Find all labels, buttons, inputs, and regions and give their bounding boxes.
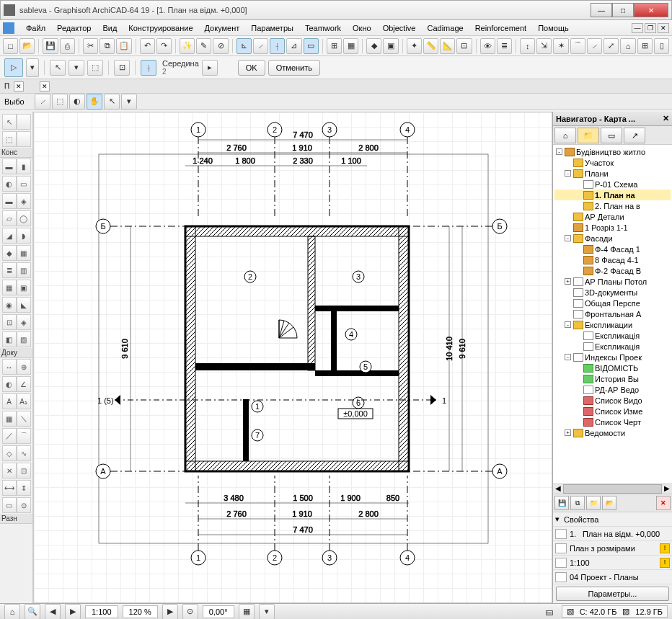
arc-tool[interactable]: ⌒	[17, 428, 31, 444]
tree-item[interactable]: -Будівництво житло	[554, 146, 671, 157]
prop-set-row[interactable]: 04 Проект - Планы	[553, 570, 672, 584]
worksheet-tool[interactable]: ▭	[2, 497, 17, 513]
quick-scale[interactable]: 1:100	[85, 605, 118, 618]
tool-b-icon[interactable]: ▣	[383, 38, 398, 54]
box-icon[interactable]: ⬚	[52, 94, 68, 110]
tree-item[interactable]: +Ведомости	[554, 427, 671, 438]
tree-item[interactable]: Експликація	[554, 341, 671, 352]
trace-icon[interactable]: 👁	[480, 38, 495, 54]
hotspot-tool[interactable]: ✕	[2, 463, 17, 478]
zone-tool[interactable]: ▦	[2, 280, 17, 295]
marquee-tool-2[interactable]	[17, 131, 31, 147]
prop-layer-row[interactable]: План з розмірами !	[553, 541, 672, 556]
spline-tool[interactable]: ∿	[17, 445, 31, 461]
snap-mode-4[interactable]: ⊿	[286, 38, 301, 54]
tree-scroll-left[interactable]: ◀	[553, 484, 563, 494]
figure-tool[interactable]: ⊡	[17, 463, 31, 478]
tool-x1[interactable]: ⊡	[2, 314, 17, 330]
nav-newfolder2-icon[interactable]: 📂	[602, 496, 616, 510]
door-tool[interactable]: ◐	[2, 176, 17, 192]
tree-h-scrollbar[interactable]	[563, 484, 662, 494]
nav-delete-icon[interactable]: ✕	[656, 496, 671, 510]
marquee-icon[interactable]: ⬚	[87, 60, 103, 76]
tree-item[interactable]: -Индексы Проек	[554, 352, 671, 362]
snap-mode-3[interactable]: ⟊	[270, 38, 285, 54]
nav-tab-project[interactable]: ⌂	[554, 128, 576, 143]
tool-a-icon[interactable]: ◆	[366, 38, 381, 54]
ok-button[interactable]: OK	[238, 60, 265, 76]
menu-файл[interactable]: Файл	[20, 22, 51, 34]
arrow-tool[interactable]: ↖	[2, 114, 17, 130]
house-icon[interactable]: ⌂	[620, 38, 635, 54]
tree-item[interactable]: 8 Фасад 4-1	[554, 254, 671, 265]
lift-icon[interactable]: ↕	[520, 38, 535, 54]
tree-item[interactable]: Список Видо	[554, 395, 671, 406]
window-tool[interactable]: ▭	[17, 176, 31, 192]
mdi-restore[interactable]: ❐	[645, 23, 656, 33]
wall-tool[interactable]: ▬	[2, 159, 17, 174]
cancel-button[interactable]: Отменить	[268, 60, 320, 76]
dropdown-mini[interactable]: ▾	[121, 94, 137, 110]
menu-reinforcement[interactable]: Reinforcement	[469, 22, 533, 34]
tree-expander[interactable]: +	[565, 278, 571, 285]
menu-teamwork[interactable]: Teamwork	[299, 22, 347, 34]
nav-tab-viewmap[interactable]: 📁	[578, 128, 599, 143]
guide-icon[interactable]: ⟋	[35, 94, 50, 110]
tree-item[interactable]: АР Детали	[554, 211, 671, 222]
menu-вид[interactable]: Вид	[97, 22, 123, 34]
drawing-canvas[interactable]: 11223344 ААББ 1234567 ±0,000	[33, 112, 552, 603]
stair-tool[interactable]: ≣	[2, 262, 17, 278]
tool-x2[interactable]: ◈	[17, 314, 31, 330]
tree-scroll-right[interactable]: ▶	[662, 484, 672, 494]
morph-tool[interactable]: ◆	[2, 245, 17, 261]
tree-item[interactable]: Фронтальная А	[554, 308, 671, 319]
rotation-angle[interactable]: 0,00°	[203, 605, 234, 618]
tree-item[interactable]: +АР Планы Потол	[554, 276, 671, 287]
orient-icon[interactable]: ⊙	[182, 604, 198, 620]
measure-icon[interactable]: 📏	[423, 38, 438, 54]
undo-icon[interactable]: ↶	[140, 38, 155, 54]
section-tool[interactable]: ⟷	[2, 480, 17, 496]
save-icon[interactable]: 💾	[43, 38, 58, 54]
mode-dropdown[interactable]: ▾	[26, 58, 39, 77]
fill-tool[interactable]: ▦	[2, 411, 17, 427]
layers-dropdown[interactable]: ▾	[259, 604, 275, 620]
poly-tool[interactable]: ◇	[2, 445, 17, 461]
open-icon[interactable]: 📂	[19, 38, 35, 54]
tree-item[interactable]: Ф-2 Фасад В	[554, 265, 671, 276]
mode-arrow-icon[interactable]: ▷	[4, 58, 23, 77]
suspend-icon[interactable]: ⊘	[213, 38, 228, 54]
nav-tab-layout[interactable]: ▭	[601, 128, 622, 143]
label-tool[interactable]: A₁	[17, 393, 31, 409]
corner-tool[interactable]: ◣	[17, 297, 31, 313]
resize-icon[interactable]: ⤢	[604, 38, 619, 54]
tree-item[interactable]: 2. План на в	[554, 200, 671, 211]
curtain-tool[interactable]: ▥	[17, 262, 31, 278]
tree-expander[interactable]: -	[565, 321, 571, 328]
tree-item[interactable]: ВІДОМІСТЬ	[554, 362, 671, 373]
beam-tool[interactable]: ▬	[2, 193, 17, 209]
nav-save-view-icon[interactable]: 💾	[554, 496, 569, 510]
props-header[interactable]: ▾ Свойства	[553, 512, 672, 527]
text-tool[interactable]: A	[2, 393, 17, 409]
tree-item[interactable]: -Плани	[554, 168, 671, 179]
snap-mode-1[interactable]: ⊾	[236, 38, 252, 54]
menu-окно[interactable]: Окно	[347, 22, 377, 34]
menu-редактор[interactable]: Редактор	[51, 22, 97, 34]
intersect-icon[interactable]: ✶	[553, 38, 568, 54]
tree-item[interactable]: P-01 Схема	[554, 179, 671, 190]
tree-item[interactable]: Список Изме	[554, 406, 671, 417]
navigator-tree[interactable]: -Будівництво житлоУчасток-ПланиP-01 Схем…	[553, 145, 672, 484]
fillet-icon[interactable]: ⌒	[570, 38, 585, 54]
navigator-close-icon[interactable]: ✕	[663, 114, 669, 123]
zoom-next-icon[interactable]: ▶	[65, 604, 81, 620]
radial-dim-tool[interactable]: ◐	[2, 376, 17, 392]
snap-midpoint-icon[interactable]: ⟊	[141, 60, 156, 76]
tree-expander[interactable]: -	[556, 148, 562, 155]
cursor-icon[interactable]: ↖	[50, 60, 66, 76]
adjust-icon[interactable]: ⇲	[536, 38, 552, 54]
tree-expander[interactable]: -	[565, 170, 571, 177]
paste-icon[interactable]: 📋	[116, 38, 131, 54]
layer-icon[interactable]: ≣	[497, 38, 512, 54]
mdi-minimize[interactable]: —	[632, 23, 643, 33]
